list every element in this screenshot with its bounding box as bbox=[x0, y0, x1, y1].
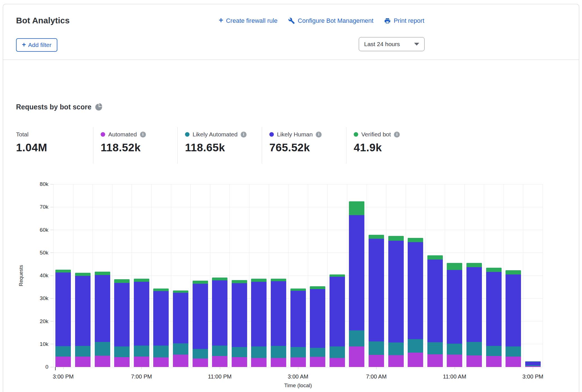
bar-segment-likely-automated[interactable] bbox=[232, 347, 247, 357]
bar-segment-verified-bot[interactable] bbox=[486, 268, 502, 272]
bar-segment-automated[interactable] bbox=[95, 356, 110, 367]
bar-segment-automated[interactable] bbox=[310, 357, 325, 367]
bar-segment-likely-automated[interactable] bbox=[486, 346, 502, 356]
configure-bot-management-link[interactable]: Configure Bot Management bbox=[288, 17, 373, 24]
bar-segment-automated[interactable] bbox=[114, 357, 130, 367]
bar-segment-verified-bot[interactable] bbox=[251, 279, 267, 282]
bar-segment-likely-human[interactable] bbox=[427, 260, 443, 342]
bar-segment-likely-human[interactable] bbox=[55, 272, 71, 346]
bar-segment-likely-automated[interactable] bbox=[271, 346, 286, 358]
bar-segment-likely-automated[interactable] bbox=[55, 346, 71, 357]
bar-segment-likely-human[interactable] bbox=[369, 239, 384, 341]
bar-segment-automated[interactable] bbox=[173, 355, 188, 367]
info-icon[interactable]: i bbox=[241, 132, 247, 138]
bar-segment-verified-bot[interactable] bbox=[310, 286, 325, 289]
bar-segment-likely-automated[interactable] bbox=[525, 365, 541, 366]
bar-segment-automated[interactable] bbox=[330, 358, 345, 367]
bar-segment-automated[interactable] bbox=[466, 355, 482, 367]
bar-segment-likely-automated[interactable] bbox=[212, 346, 227, 356]
bar-segment-likely-human[interactable] bbox=[310, 289, 325, 348]
bar-segment-likely-human[interactable] bbox=[506, 274, 521, 346]
bar-segment-likely-automated[interactable] bbox=[408, 339, 423, 353]
bar-segment-likely-human[interactable] bbox=[193, 284, 208, 349]
add-filter-button[interactable]: + Add filter bbox=[16, 38, 57, 52]
bar-segment-likely-automated[interactable] bbox=[330, 346, 345, 358]
bar-segment-verified-bot[interactable] bbox=[173, 290, 188, 293]
bar-segment-verified-bot[interactable] bbox=[506, 270, 521, 274]
info-icon[interactable]: i bbox=[316, 132, 322, 138]
bar-segment-likely-automated[interactable] bbox=[173, 343, 188, 355]
bar-segment-likely-automated[interactable] bbox=[427, 342, 443, 354]
bar-segment-verified-bot[interactable] bbox=[114, 279, 130, 283]
bar-segment-likely-automated[interactable] bbox=[75, 346, 91, 357]
bar-segment-automated[interactable] bbox=[486, 356, 502, 367]
bar-segment-likely-human[interactable] bbox=[251, 282, 267, 346]
bar-segment-automated[interactable] bbox=[212, 356, 227, 367]
bar-segment-automated[interactable] bbox=[153, 357, 169, 367]
bar-segment-likely-automated[interactable] bbox=[388, 343, 404, 355]
time-range-dropdown[interactable]: Last 24 hours bbox=[359, 37, 425, 51]
bar-segment-automated[interactable] bbox=[388, 355, 404, 367]
bar-segment-likely-automated[interactable] bbox=[369, 341, 384, 355]
bar-segment-verified-bot[interactable] bbox=[525, 361, 541, 362]
bar-segment-likely-human[interactable] bbox=[486, 272, 502, 346]
bar-segment-likely-human[interactable] bbox=[114, 283, 130, 346]
bar-segment-likely-human[interactable] bbox=[525, 362, 541, 366]
bar-segment-likely-automated[interactable] bbox=[349, 330, 364, 346]
bar-segment-likely-automated[interactable] bbox=[466, 342, 482, 356]
bar-segment-verified-bot[interactable] bbox=[271, 279, 286, 281]
bar-segment-verified-bot[interactable] bbox=[349, 201, 364, 215]
bar-segment-verified-bot[interactable] bbox=[134, 279, 149, 282]
bar-segment-verified-bot[interactable] bbox=[212, 278, 227, 281]
bar-segment-automated[interactable] bbox=[427, 354, 443, 367]
bar-segment-verified-bot[interactable] bbox=[447, 263, 462, 270]
bar-segment-likely-human[interactable] bbox=[408, 242, 423, 339]
bar-segment-likely-human[interactable] bbox=[349, 215, 364, 330]
bar-segment-verified-bot[interactable] bbox=[290, 289, 306, 291]
info-icon[interactable]: i bbox=[394, 132, 400, 138]
bar-segment-automated[interactable] bbox=[55, 357, 71, 367]
bar-segment-verified-bot[interactable] bbox=[427, 255, 443, 260]
bar-segment-likely-human[interactable] bbox=[271, 281, 286, 346]
bar-segment-likely-automated[interactable] bbox=[114, 346, 130, 357]
bar-segment-likely-human[interactable] bbox=[75, 276, 91, 346]
bar-segment-likely-automated[interactable] bbox=[251, 346, 267, 358]
bar-segment-verified-bot[interactable] bbox=[232, 280, 247, 283]
bar-segment-automated[interactable] bbox=[75, 357, 91, 367]
bar-segment-automated[interactable] bbox=[271, 358, 286, 367]
bar-segment-verified-bot[interactable] bbox=[153, 289, 169, 291]
bar-segment-verified-bot[interactable] bbox=[466, 263, 482, 267]
bar-segment-automated[interactable] bbox=[193, 359, 208, 367]
bar-segment-verified-bot[interactable] bbox=[369, 235, 384, 239]
bar-segment-likely-automated[interactable] bbox=[290, 347, 306, 357]
bar-segment-automated[interactable] bbox=[447, 355, 462, 367]
bar-segment-likely-automated[interactable] bbox=[310, 348, 325, 357]
bar-segment-likely-human[interactable] bbox=[173, 293, 188, 343]
bar-segment-likely-automated[interactable] bbox=[193, 349, 208, 359]
bar-segment-automated[interactable] bbox=[349, 346, 364, 367]
bar-segment-verified-bot[interactable] bbox=[55, 270, 71, 273]
bar-segment-automated[interactable] bbox=[134, 357, 149, 367]
bar-segment-verified-bot[interactable] bbox=[95, 272, 110, 275]
bar-segment-likely-human[interactable] bbox=[290, 291, 306, 347]
bar-segment-automated[interactable] bbox=[251, 358, 267, 367]
bar-segment-automated[interactable] bbox=[290, 357, 306, 367]
bar-segment-likely-human[interactable] bbox=[212, 280, 227, 346]
bar-segment-likely-human[interactable] bbox=[232, 283, 247, 347]
bar-segment-likely-human[interactable] bbox=[95, 275, 110, 342]
bar-segment-automated[interactable] bbox=[232, 357, 247, 367]
bar-segment-likely-human[interactable] bbox=[388, 241, 404, 343]
bar-segment-likely-automated[interactable] bbox=[447, 344, 462, 355]
bar-segment-likely-automated[interactable] bbox=[95, 342, 110, 356]
bar-segment-automated[interactable] bbox=[506, 357, 521, 367]
bar-segment-automated[interactable] bbox=[369, 355, 384, 367]
bar-segment-likely-automated[interactable] bbox=[134, 346, 149, 357]
info-icon[interactable]: i bbox=[140, 132, 146, 138]
bar-segment-likely-human[interactable] bbox=[330, 277, 345, 346]
bar-segment-verified-bot[interactable] bbox=[193, 281, 208, 284]
bar-segment-likely-automated[interactable] bbox=[153, 346, 169, 357]
bar-segment-verified-bot[interactable] bbox=[408, 238, 423, 242]
bar-segment-likely-human[interactable] bbox=[466, 267, 482, 342]
create-firewall-rule-link[interactable]: + Create firewall rule bbox=[219, 17, 278, 24]
bar-segment-verified-bot[interactable] bbox=[388, 236, 404, 240]
